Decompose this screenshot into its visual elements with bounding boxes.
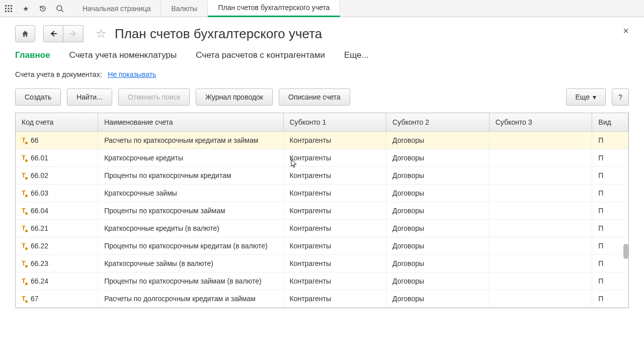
table-row[interactable]: T66.24 Проценты по краткосрочным займам … xyxy=(16,273,628,290)
cell-sub3 xyxy=(489,290,592,308)
cell-vid: П xyxy=(592,167,628,185)
col-sub1[interactable]: Субконто 1 xyxy=(283,113,386,132)
page-tab-counterparties[interactable]: Счета расчетов с контрагентами xyxy=(196,50,325,60)
col-sub3[interactable]: Субконто 3 xyxy=(489,113,592,132)
cell-vid: П xyxy=(592,237,628,255)
col-vid[interactable]: Вид xyxy=(592,113,628,132)
col-name[interactable]: Наименование счета xyxy=(98,113,283,132)
svg-rect-1 xyxy=(8,5,10,7)
nav-back-button[interactable] xyxy=(43,25,63,42)
account-icon: T xyxy=(22,277,26,285)
table-row[interactable]: T66.04 Проценты по краткосрочным займам … xyxy=(16,202,628,220)
svg-rect-8 xyxy=(11,11,12,12)
history-icon[interactable] xyxy=(34,0,51,17)
col-sub2[interactable]: Субконто 2 xyxy=(386,113,490,132)
svg-point-9 xyxy=(57,6,62,11)
cell-name: Проценты по краткосрочным кредитам xyxy=(98,167,283,185)
cell-sub1: Контрагенты xyxy=(283,132,386,149)
cell-sub2: Договоры xyxy=(386,220,490,237)
cell-sub1: Контрагенты xyxy=(283,149,386,167)
star-toolbar-icon[interactable]: ★ xyxy=(17,0,34,17)
apps-icon[interactable] xyxy=(0,0,17,17)
nav-home-button[interactable] xyxy=(15,25,35,42)
tab-chart-of-accounts[interactable]: План счетов бухгалтерского учета xyxy=(208,0,340,17)
cell-sub2: Договоры xyxy=(386,132,490,149)
cell-name: Расчеты по краткосрочным кредитам и займ… xyxy=(98,132,283,149)
cell-sub3 xyxy=(489,255,592,273)
page-tab-main[interactable]: Главное xyxy=(15,50,50,60)
close-icon[interactable]: × xyxy=(623,25,629,37)
cell-vid: П xyxy=(592,290,628,308)
table-row[interactable]: T66.03 Краткосрочные займы Контрагенты Д… xyxy=(16,185,628,202)
table-row[interactable]: T66.22 Проценты по краткосрочным кредита… xyxy=(16,237,628,255)
cell-sub3 xyxy=(489,149,592,167)
svg-rect-0 xyxy=(5,5,7,7)
help-button[interactable]: ? xyxy=(612,88,629,106)
page-title: План счетов бухгалтерского учета xyxy=(115,26,322,42)
filter-link[interactable]: Не показывать xyxy=(108,70,156,78)
cell-vid: П xyxy=(592,220,628,237)
create-button[interactable]: Создать xyxy=(15,88,61,106)
cell-sub2: Договоры xyxy=(386,167,490,185)
col-code[interactable]: Код счета xyxy=(16,113,98,132)
cell-sub1: Контрагенты xyxy=(283,167,386,185)
cell-sub1: Контрагенты xyxy=(283,220,386,237)
tab-currencies[interactable]: Валюты xyxy=(161,0,208,17)
svg-rect-6 xyxy=(5,11,7,12)
cell-code: 66 xyxy=(31,136,39,144)
account-icon: T xyxy=(22,224,26,232)
cell-code: 66.01 xyxy=(31,154,48,162)
cell-code: 66.04 xyxy=(31,207,48,215)
account-icon: T xyxy=(22,189,26,197)
page-tab-more[interactable]: Еще... xyxy=(344,50,369,60)
scrollbar-thumb[interactable] xyxy=(623,244,628,259)
cell-name: Проценты по краткосрочным кредитам (в ва… xyxy=(98,237,283,255)
svg-rect-5 xyxy=(11,8,12,9)
table-row[interactable]: T66.23 Краткосрочные займы (в валюте) Ко… xyxy=(16,255,628,273)
account-icon: T xyxy=(22,171,26,179)
cell-code: 66.21 xyxy=(31,224,48,232)
search-toolbar-icon[interactable] xyxy=(51,0,68,17)
nav-forward-button xyxy=(63,25,84,42)
filter-label: Счета учета в документах: xyxy=(15,70,102,78)
svg-rect-4 xyxy=(8,8,10,9)
account-icon: T xyxy=(22,295,26,302)
cell-sub3 xyxy=(489,237,592,255)
cell-name: Проценты по краткосрочным займам xyxy=(98,202,283,220)
account-icon: T xyxy=(22,259,26,267)
cell-sub1: Контрагенты xyxy=(283,290,386,308)
cell-code: 66.24 xyxy=(31,277,48,285)
cell-code: 67 xyxy=(31,295,39,303)
cell-sub2: Договоры xyxy=(386,202,490,220)
chevron-down-icon: ▾ xyxy=(593,93,596,101)
table-row[interactable]: T66.01 Краткосрочные кредиты Контрагенты… xyxy=(16,149,628,167)
svg-rect-2 xyxy=(11,5,12,7)
journal-button[interactable]: Журнал проводок xyxy=(196,88,273,106)
cell-name: Краткосрочные займы xyxy=(98,185,283,202)
cell-sub1: Контрагенты xyxy=(283,237,386,255)
cell-sub2: Договоры xyxy=(386,255,490,273)
cell-sub1: Контрагенты xyxy=(283,255,386,273)
cell-name: Проценты по краткосрочным займам (в валю… xyxy=(98,273,283,290)
accounts-table: Код счета Наименование счета Субконто 1 … xyxy=(16,113,628,308)
account-icon: T xyxy=(22,242,26,249)
table-row[interactable]: T67 Расчеты по долгосрочным кредитам и з… xyxy=(16,290,628,308)
table-row[interactable]: T66.21 Краткосрочные кредиты (в валюте) … xyxy=(16,220,628,237)
cell-sub2: Договоры xyxy=(386,273,490,290)
cell-vid: П xyxy=(592,132,628,149)
cell-vid: П xyxy=(592,185,628,202)
tab-home[interactable]: Начальная страница xyxy=(72,0,161,17)
cell-sub3 xyxy=(489,220,592,237)
cell-vid: П xyxy=(592,202,628,220)
table-row[interactable]: T66.02 Проценты по краткосрочным кредита… xyxy=(16,167,628,185)
accounts-table-wrap: Код счета Наименование счета Субконто 1 … xyxy=(15,113,629,308)
find-button[interactable]: Найти... xyxy=(67,88,112,106)
table-row[interactable]: T66 Расчеты по краткосрочным кредитам и … xyxy=(16,132,628,149)
filter-row: Счета учета в документах: Не показывать xyxy=(15,70,629,78)
svg-rect-7 xyxy=(8,11,10,12)
favorite-star-icon[interactable]: ☆ xyxy=(96,27,107,41)
more-button[interactable]: Еще ▾ xyxy=(566,88,606,106)
cell-sub2: Договоры xyxy=(386,290,490,308)
page-tab-nomenclature[interactable]: Счета учета номенклатуры xyxy=(69,50,177,60)
description-button[interactable]: Описание счета xyxy=(279,88,350,106)
